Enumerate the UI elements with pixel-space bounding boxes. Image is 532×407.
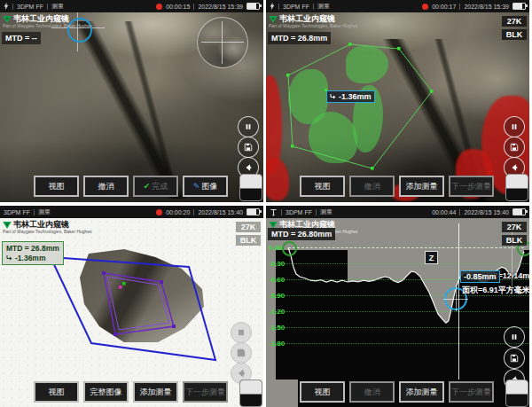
full-image-button[interactable]: 完整图像 xyxy=(83,381,129,403)
save-button[interactable] xyxy=(504,137,525,158)
image-button[interactable]: ✎图像 xyxy=(183,176,228,197)
brand-tagline: Part of Waygate Technologies, Baker Hugh… xyxy=(3,230,92,234)
pause-button[interactable] xyxy=(504,116,525,137)
save-button[interactable] xyxy=(231,342,252,364)
mode-label: 测量 xyxy=(320,207,332,216)
probe-label: 3DPM FF xyxy=(4,209,30,215)
undo-button[interactable]: 撤消 xyxy=(349,176,395,197)
action-button-row: 视图 撤消 添加测量 下一步测量 xyxy=(300,176,494,197)
panel-live-view: 3DPM FF 测量 00:00:15 2022/8/15 15:39 韦林工业… xyxy=(0,0,263,202)
display-toggle[interactable] xyxy=(505,174,528,201)
probe-label: 3DPM FF xyxy=(17,4,43,10)
mtd-readout: MTD = 26.80mm xyxy=(268,228,335,240)
profile-endpoint-left[interactable] xyxy=(282,241,297,256)
pause-button[interactable] xyxy=(238,116,259,137)
next-measure-button[interactable]: 下一步测量 xyxy=(183,381,228,403)
panel-area-measure: 3DPM FF 测量 00:00:17 2022/8/15 15:39 韦林工业… xyxy=(266,0,529,202)
undo-button[interactable]: 撤消 xyxy=(83,176,129,197)
mode-label: 测量 xyxy=(51,2,64,11)
power-bolt-icon xyxy=(4,2,9,11)
view-button[interactable]: 视图 xyxy=(34,176,79,197)
depth-readout: -1.36mm xyxy=(15,254,46,263)
action-button-row: 视图 完整图像 添加测量 下一步测量 xyxy=(34,381,228,403)
mtd-result-box: MTD = 26.8mm -1.36mm xyxy=(2,241,64,265)
mtd-readout: MTD = 26.8mm xyxy=(6,244,59,254)
view-button[interactable]: 视图 xyxy=(300,176,345,197)
secondary-cursor-line xyxy=(512,223,512,294)
add-measure-button[interactable]: 添加测量 xyxy=(399,381,444,403)
vertex-dot xyxy=(325,89,327,91)
status-bar: 3DPM FF 测量 00:00:44 2022/8/15 15:40 xyxy=(266,206,529,218)
brand-tagline: Part of Waygate Technologies, Baker Hugh… xyxy=(3,24,92,28)
mtd-readout: MTD = -- xyxy=(2,32,41,44)
action-button-row: 视图 撤消 ✔完成 ✎图像 xyxy=(34,176,228,197)
inset-crosshair-h xyxy=(201,42,244,43)
probe-label: 3DPM FF xyxy=(286,209,312,215)
view-button[interactable]: 视图 xyxy=(300,381,345,403)
save-button[interactable] xyxy=(238,137,259,158)
toggle-top xyxy=(240,175,262,189)
pen-icon: ✎ xyxy=(193,182,200,191)
recording-indicator xyxy=(156,4,162,10)
waygate-triangle-icon xyxy=(269,16,278,23)
add-measure-button[interactable]: 添加测量 xyxy=(399,176,444,197)
divider xyxy=(47,4,48,10)
brand-logo: 韦林工业内窥镜 Part of Waygate Technologies, Ba… xyxy=(269,15,358,28)
z-marker: Z xyxy=(425,251,438,264)
waygate-triangle-icon xyxy=(3,16,12,23)
gain-tag: 27K xyxy=(502,16,527,27)
pause-button[interactable] xyxy=(504,326,525,348)
mode-label: 测量 xyxy=(38,207,51,216)
probe-tip-icon xyxy=(270,208,278,216)
status-bar: 3DPM FF 测量 00:00:15 2022/8/15 15:39 xyxy=(0,0,263,12)
area-result-label: 面积=6.91平方毫米 xyxy=(462,285,529,296)
depth-icon xyxy=(330,93,337,100)
display-toggle[interactable] xyxy=(239,380,262,407)
view-button[interactable]: 视图 xyxy=(34,381,79,403)
status-bar: 3DPM FF 测量 00:00:17 2022/8/15 15:39 xyxy=(266,0,529,12)
gain-tag: 27K xyxy=(236,222,261,232)
brightness-tag: BLK xyxy=(502,29,527,40)
next-measure-button[interactable]: 下一步测量 xyxy=(449,381,494,403)
undo-button[interactable]: 撤消 xyxy=(349,381,395,403)
datetime: 2022/8/15 15:40 xyxy=(198,209,243,215)
datetime: 2022/8/15 15:39 xyxy=(198,4,243,10)
waygate-triangle-icon xyxy=(3,222,12,229)
next-measure-button[interactable]: 下一步测量 xyxy=(449,176,494,197)
status-bar: 3DPM FF 测量 00:00:20 2022/8/15 15:40 xyxy=(0,206,263,218)
frame-and-measure-overlay xyxy=(0,206,263,407)
check-icon: ✔ xyxy=(144,182,151,191)
panel-point-cloud: 3DPM FF 测量 00:00:20 2022/8/15 15:40 韦林工业… xyxy=(0,206,263,407)
display-toggle[interactable] xyxy=(239,174,262,201)
brightness-tag: BLK xyxy=(502,235,527,246)
brightness-tag: BLK xyxy=(236,235,261,246)
datetime: 2022/8/15 15:40 xyxy=(464,209,509,215)
divider xyxy=(193,4,194,10)
pause-button[interactable] xyxy=(231,322,252,343)
image-plane-outline xyxy=(51,257,215,360)
save-button[interactable] xyxy=(504,348,525,369)
record-time: 00:00:17 xyxy=(432,4,456,10)
add-measure-button[interactable]: 添加测量 xyxy=(133,381,178,403)
mtd-readout: MTD = 26.8mm xyxy=(268,32,331,44)
measure-polygon[interactable] xyxy=(266,0,529,202)
mode-label: 测量 xyxy=(317,2,330,11)
screen: 3DPM FF 测量 00:00:15 2022/8/15 15:39 韦林工业… xyxy=(0,0,532,407)
record-time: 00:00:15 xyxy=(166,4,190,10)
inset-crosshair-v xyxy=(222,21,223,64)
display-toggle[interactable] xyxy=(505,380,528,407)
depth-icon xyxy=(6,254,13,262)
active-vertex-dot xyxy=(122,282,126,286)
action-button-row: 视图 撤消 添加测量 下一步测量 xyxy=(300,381,494,403)
depth-result-label[interactable]: -1.36mm xyxy=(326,90,375,103)
done-button[interactable]: ✔完成 xyxy=(133,176,178,197)
datetime: 2022/8/15 15:39 xyxy=(464,4,509,10)
battery-icon xyxy=(512,3,526,10)
divider xyxy=(12,4,13,10)
cursor-depth-label: -0.85mm xyxy=(460,270,500,283)
record-time: 00:00:20 xyxy=(166,209,190,215)
battery-icon xyxy=(512,208,526,215)
brand-logo: 韦林工业内窥镜 Part of Waygate Technologies, Ba… xyxy=(3,15,92,28)
zero-reference-line xyxy=(288,247,524,248)
record-time: 00:00:44 xyxy=(432,209,456,215)
